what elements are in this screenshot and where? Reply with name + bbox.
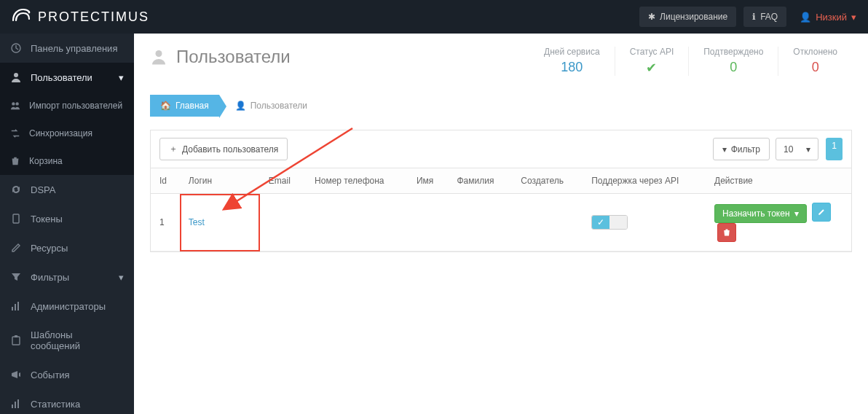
caret-down-icon: ▾ — [119, 72, 124, 83]
bars-icon — [10, 300, 22, 312]
col-action[interactable]: Действие — [706, 168, 851, 194]
brand-logo: PROTECTIMUS — [12, 7, 149, 26]
page-number[interactable]: 1 — [826, 138, 843, 160]
licensing-label: Лицензирование — [660, 12, 727, 22]
col-surname[interactable]: Фамилия — [448, 168, 512, 194]
table-row: 1 Test ✓ — [151, 194, 851, 251]
edit-button[interactable] — [812, 203, 831, 222]
user-menu[interactable]: 👤 Низкий ▾ — [800, 12, 856, 23]
stat-confirmed-value: 0 — [703, 60, 763, 75]
add-user-button[interactable]: ＋ Добавить пользователя — [159, 138, 288, 160]
caret-down-icon: ▾ — [119, 272, 124, 283]
svg-point-7 — [156, 50, 162, 57]
check-icon: ✔ — [630, 60, 674, 76]
col-api[interactable]: Поддержка через API — [583, 168, 706, 194]
svg-point-1 — [14, 73, 18, 77]
per-page-select[interactable]: 10 ▾ — [776, 138, 818, 160]
row-name — [408, 194, 448, 251]
svg-rect-5 — [12, 337, 20, 345]
sidebar-users[interactable]: Пользователи ▾ — [0, 63, 134, 92]
megaphone-icon — [10, 369, 22, 380]
refresh-icon — [10, 184, 22, 195]
trash-icon — [10, 156, 20, 166]
sidebar-resources[interactable]: Ресурсы — [0, 233, 134, 262]
sidebar-resources-label: Ресурсы — [31, 243, 68, 254]
add-user-label: Добавить пользователя — [182, 144, 278, 155]
sidebar-dashboard-label: Панель управления — [31, 43, 117, 54]
col-email[interactable]: Email — [260, 168, 306, 194]
sidebar-sync-label: Синхронизация — [29, 128, 92, 138]
breadcrumb-home[interactable]: 🏠 Главная — [150, 95, 219, 117]
home-icon: 🏠 — [160, 101, 171, 111]
row-phone — [306, 194, 408, 251]
stat-days-label: Дней сервиса — [544, 47, 600, 57]
row-id: 1 — [151, 194, 180, 251]
stat-confirmed: Подтверждено 0 — [688, 47, 778, 76]
stat-rejected-label: Отклонено — [793, 47, 837, 57]
row-api-toggle[interactable]: ✓ — [583, 194, 706, 251]
col-phone[interactable]: Номер телефона — [306, 168, 408, 194]
row-creator — [512, 194, 583, 251]
row-surname — [448, 194, 512, 251]
caret-down-icon: ▾ — [794, 208, 799, 219]
sidebar-trash-label: Корзина — [29, 156, 63, 166]
sidebar-templates[interactable]: Шаблоны сообщений — [0, 321, 134, 360]
breadcrumb-current-label: Пользователи — [250, 101, 307, 111]
sidebar-trash[interactable]: Корзина — [0, 147, 134, 175]
sidebar-tokens[interactable]: Токены — [0, 204, 134, 233]
users-icon — [10, 101, 20, 111]
sidebar-filters[interactable]: Фильтры ▾ — [0, 262, 134, 292]
delete-button[interactable] — [717, 223, 736, 242]
svg-point-2 — [12, 102, 15, 105]
info-icon: ℹ — [752, 12, 756, 22]
sidebar-sync[interactable]: Синхронизация — [0, 120, 134, 147]
sidebar-admins[interactable]: Администраторы — [0, 292, 134, 321]
svg-rect-6 — [15, 335, 17, 337]
stat-confirmed-label: Подтверждено — [703, 47, 763, 57]
user-icon — [150, 48, 167, 66]
faq-label: FAQ — [760, 12, 778, 22]
breadcrumb-home-label: Главная — [175, 101, 209, 111]
filter-icon — [10, 271, 22, 283]
chart-icon — [10, 398, 22, 410]
sidebar-stats[interactable]: Статистика — [0, 389, 134, 414]
sidebar: Панель управления Пользователи ▾ Импорт … — [0, 34, 134, 414]
plus-icon: ＋ — [169, 143, 178, 155]
sidebar-dashboard[interactable]: Панель управления — [0, 34, 134, 63]
stat-api: Статус API ✔ — [615, 47, 689, 76]
filter-button[interactable]: ▾ Фильтр — [713, 138, 770, 160]
faq-button[interactable]: ℹ FAQ — [743, 7, 786, 27]
breadcrumb-current: 👤 Пользователи — [235, 101, 307, 111]
licensing-button[interactable]: ✱ Лицензирование — [639, 7, 736, 27]
sidebar-events-label: События — [31, 370, 70, 380]
stat-rejected: Отклонено 0 — [778, 47, 852, 76]
sidebar-import-users[interactable]: Импорт пользователей — [0, 92, 134, 120]
sidebar-dspa[interactable]: DSPA — [0, 175, 134, 204]
row-login-link[interactable]: Test — [180, 194, 260, 251]
col-id[interactable]: Id — [151, 168, 180, 194]
stat-api-label: Статус API — [630, 47, 674, 57]
svg-rect-4 — [13, 214, 19, 223]
user-icon: 👤 — [235, 101, 246, 111]
col-login[interactable]: Логин — [180, 168, 260, 194]
sidebar-users-label: Пользователи — [31, 72, 92, 83]
assign-token-button[interactable]: Назначить токен ▾ — [714, 204, 807, 223]
sidebar-import-label: Импорт пользователей — [29, 101, 122, 111]
pencil-icon — [817, 208, 826, 216]
filter-label: Фильтр — [731, 144, 760, 155]
sidebar-admins-label: Администраторы — [31, 301, 106, 312]
gear-icon: ✱ — [648, 12, 655, 22]
assign-token-label: Назначить токен — [722, 208, 790, 219]
col-name[interactable]: Имя — [408, 168, 448, 194]
trash-icon — [722, 228, 731, 237]
col-creator[interactable]: Создатель — [512, 168, 583, 194]
svg-point-3 — [15, 102, 18, 105]
page-title-text: Пользователи — [176, 47, 291, 67]
check-icon: ✓ — [592, 216, 609, 229]
sidebar-tokens-label: Токены — [31, 214, 63, 224]
device-icon — [10, 213, 22, 224]
row-email — [260, 194, 306, 251]
edit-icon — [10, 242, 22, 254]
caret-down-icon: ▾ — [806, 144, 810, 155]
sidebar-events[interactable]: События — [0, 360, 134, 389]
